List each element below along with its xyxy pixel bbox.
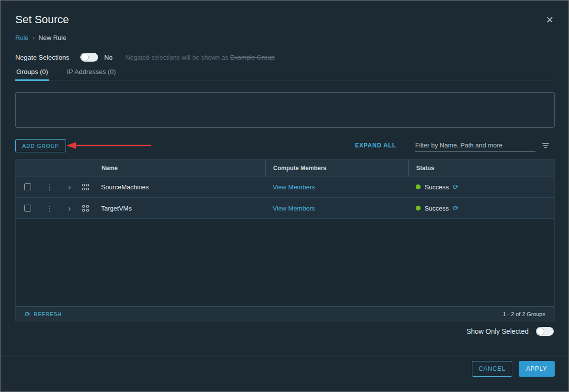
group-icon [82, 205, 89, 212]
expand-all-link[interactable]: EXPAND ALL [355, 142, 396, 149]
status-text: Success [425, 205, 449, 212]
breadcrumb-rule-link[interactable]: Rule [15, 34, 29, 41]
negate-selections-label: Negate Selections [15, 54, 70, 61]
toggle-knob [81, 53, 89, 61]
negate-hint-text: Negated selections will be shown as [125, 54, 230, 61]
negate-hint-example-group: Example Group [230, 54, 275, 61]
annotation-arrow [66, 141, 153, 150]
row-controls: ⋮ › [16, 177, 94, 197]
row-status: Success ⟳ [408, 198, 554, 218]
row-name: TargetVMs [94, 198, 265, 218]
breadcrumb-current: New Rule [38, 34, 66, 41]
filter-icon[interactable] [542, 143, 550, 149]
negate-hint: Negated selections will be shown as Exam… [125, 54, 275, 61]
row-checkbox[interactable] [24, 183, 31, 190]
toggle-knob [536, 327, 544, 335]
footer-divider [0, 355, 569, 356]
row-expand-chevron-icon[interactable]: › [68, 183, 71, 191]
row-count: 1 - 2 of 2 Groups [503, 311, 545, 317]
view-members-link[interactable]: View Members [273, 183, 315, 191]
breadcrumb-separator-icon: › [33, 34, 35, 41]
table-row: ⋮ › SourceMachines View Members Success … [16, 177, 554, 198]
cancel-button[interactable]: CANCEL [472, 361, 512, 377]
table-row: ⋮ › TargetVMs View Members Success ⟳ [16, 198, 554, 219]
view-members-link[interactable]: View Members [273, 205, 315, 212]
selected-groups-box [15, 92, 555, 128]
table-header-row: Name Compute Members Status [16, 160, 554, 177]
negate-toggle-state: No [105, 54, 113, 61]
status-success-dot [416, 184, 421, 189]
tab-groups[interactable]: Groups (0) [15, 68, 49, 81]
refresh-link[interactable]: ⟳ REFRESH [25, 311, 62, 318]
page-title: Set Source [15, 13, 69, 26]
dialog-actions: CANCEL APPLY [472, 361, 555, 377]
status-success-dot [416, 206, 421, 211]
row-menu-icon[interactable]: ⋮ [46, 205, 53, 212]
group-icon [82, 184, 89, 190]
header-status: Status [408, 160, 554, 176]
status-refresh-icon[interactable]: ⟳ [453, 205, 459, 212]
show-only-selected-row: Show Only Selected [466, 325, 554, 337]
negate-selections-toggle[interactable] [80, 53, 98, 62]
groups-table: Name Compute Members Status ⋮ › SourceMa… [15, 159, 555, 321]
row-menu-icon[interactable]: ⋮ [46, 183, 53, 191]
tab-ip-addresses[interactable]: IP Addresses (0) [66, 68, 117, 80]
table-empty-area [16, 219, 554, 306]
show-only-selected-label: Show Only Selected [466, 327, 529, 335]
filter-input[interactable] [415, 139, 535, 152]
row-expand-chevron-icon[interactable]: › [68, 204, 71, 213]
row-name: SourceMachines [94, 177, 265, 197]
breadcrumb: Rule › New Rule [15, 34, 66, 41]
set-source-dialog: Set Source ✕ Rule › New Rule Negate Sele… [0, 0, 569, 392]
negate-selections-row: Negate Selections No Negated selections … [15, 52, 275, 63]
status-text: Success [425, 183, 449, 191]
show-only-selected-toggle[interactable] [536, 327, 554, 336]
row-checkbox[interactable] [24, 205, 31, 212]
refresh-label: REFRESH [34, 311, 62, 317]
status-refresh-icon[interactable]: ⟳ [453, 183, 459, 190]
tab-bar: Groups (0) IP Addresses (0) [15, 68, 555, 80]
close-icon[interactable]: ✕ [546, 15, 554, 25]
header-name: Name [94, 160, 265, 176]
header-compute-members: Compute Members [265, 160, 408, 176]
row-status: Success ⟳ [408, 177, 554, 197]
table-footer: ⟳ REFRESH 1 - 2 of 2 Groups [16, 306, 554, 321]
row-controls: ⋮ › [16, 198, 94, 218]
add-group-button[interactable]: ADD GROUP [15, 139, 66, 152]
header-select-column [16, 160, 94, 176]
refresh-icon: ⟳ [25, 311, 31, 318]
apply-button[interactable]: APPLY [519, 361, 555, 377]
